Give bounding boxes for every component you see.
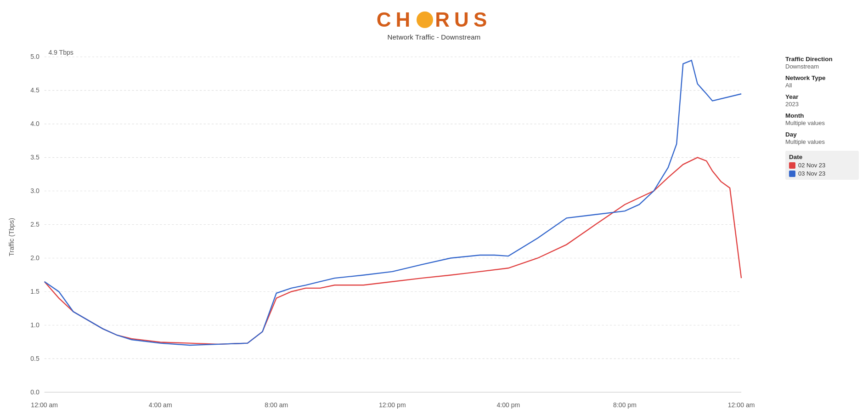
- svg-text:1.5: 1.5: [30, 288, 39, 295]
- svg-text:4.5: 4.5: [30, 86, 39, 94]
- date-color-1: [789, 162, 795, 169]
- logo-letter-c: C: [377, 8, 396, 31]
- svg-text:3.5: 3.5: [30, 154, 39, 161]
- svg-text:8:00 am: 8:00 am: [265, 401, 288, 409]
- svg-text:8:00 pm: 8:00 pm: [613, 401, 637, 409]
- svg-text:12:00 am: 12:00 am: [728, 401, 755, 409]
- svg-text:1.0: 1.0: [30, 321, 39, 329]
- chart-container: Traffic (Tbps) 5.0: [5, 42, 776, 410]
- y-axis-label: Traffic (Tbps): [8, 218, 15, 256]
- date-item-2: 03 Nov 23: [789, 170, 855, 177]
- date-section: Date 02 Nov 23 03 Nov 23: [785, 151, 859, 180]
- peak-label: 4.9 Tbps: [48, 49, 73, 56]
- svg-text:2.0: 2.0: [30, 254, 39, 262]
- month-value: Multiple values: [785, 120, 859, 126]
- day-value: Multiple values: [785, 138, 859, 145]
- header: C H R U S Network Traffic - Downstream: [377, 8, 491, 41]
- date-color-2: [789, 171, 795, 177]
- traffic-direction-label: Traffic Direction: [785, 56, 859, 63]
- logo-letter-o: [415, 10, 435, 30]
- legend-panel: Traffic Direction Downstream Network Typ…: [776, 42, 863, 410]
- svg-text:3.0: 3.0: [30, 187, 39, 194]
- logo-letter-r: R: [435, 8, 454, 31]
- line-02nov: [45, 158, 741, 344]
- network-type-value: All: [785, 82, 859, 89]
- line-03nov: [45, 60, 741, 345]
- year-label: Year: [785, 93, 859, 100]
- svg-text:0.0: 0.0: [30, 388, 39, 396]
- date-text-2: 03 Nov 23: [798, 170, 825, 177]
- date-label: Date: [789, 154, 855, 160]
- svg-text:5.0: 5.0: [30, 53, 39, 60]
- date-item-1: 02 Nov 23: [789, 162, 855, 169]
- svg-text:4:00 am: 4:00 am: [149, 401, 172, 409]
- page-container: C H R U S Network Traffic - Downstream T…: [0, 0, 868, 410]
- date-text-1: 02 Nov 23: [798, 162, 825, 169]
- month-label: Month: [785, 112, 859, 119]
- svg-text:12:00 pm: 12:00 pm: [379, 401, 406, 409]
- logo: C H R U S: [377, 8, 491, 31]
- chart-svg: Traffic (Tbps) 5.0: [5, 42, 776, 410]
- chart-subtitle: Network Traffic - Downstream: [388, 33, 481, 41]
- logo-letter-u: U: [454, 8, 473, 31]
- svg-text:4.0: 4.0: [30, 120, 39, 127]
- svg-text:12:00 am: 12:00 am: [31, 401, 58, 409]
- network-type-label: Network Type: [785, 74, 859, 81]
- day-label: Day: [785, 131, 859, 138]
- logo-letter-h: H: [396, 8, 415, 31]
- svg-text:2.5: 2.5: [30, 221, 39, 228]
- logo-letter-s: S: [473, 8, 491, 31]
- logo-circle: [417, 11, 433, 28]
- traffic-direction-value: Downstream: [785, 63, 859, 70]
- year-value: 2023: [785, 101, 859, 108]
- svg-text:0.5: 0.5: [30, 355, 39, 362]
- main-area: Traffic (Tbps) 5.0: [0, 42, 868, 410]
- svg-text:4:00 pm: 4:00 pm: [496, 401, 520, 409]
